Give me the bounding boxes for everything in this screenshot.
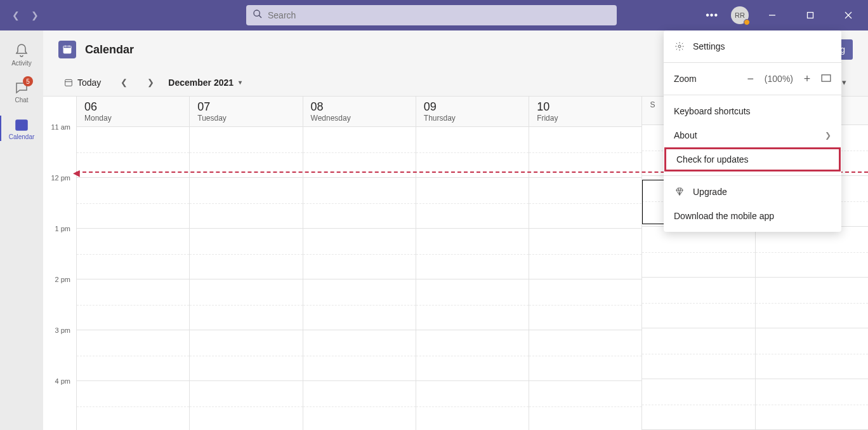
zoom-in-button[interactable]: + — [799, 72, 815, 86]
menu-separator — [664, 95, 841, 95]
avatar-initials: RR — [735, 11, 745, 19]
chevron-right-icon: ❯ — [825, 131, 831, 140]
zoom-label: Zoom — [674, 74, 697, 84]
prev-period[interactable]: ❮ — [115, 74, 133, 91]
menu-separator — [664, 175, 841, 176]
svg-rect-6 — [16, 120, 27, 130]
day-header: 06 Monday — [77, 97, 189, 127]
time-label: 11 am — [43, 123, 76, 174]
time-label: 3 pm — [43, 326, 76, 377]
titlebar: ❮ ❯ ••• RR — [0, 0, 868, 30]
chat-badge: 5 — [23, 76, 33, 86]
day-header: 08 Wednesday — [303, 97, 416, 127]
day-column[interactable]: 06 Monday — [76, 97, 189, 430]
next-period[interactable]: ❯ — [141, 74, 159, 91]
today-button[interactable]: Today — [58, 75, 106, 90]
day-header: 09 Thursday — [416, 97, 529, 127]
svg-point-14 — [678, 45, 681, 48]
day-name: Tuesday — [197, 114, 294, 123]
rail-label: Chat — [15, 97, 28, 104]
svg-line-1 — [259, 15, 261, 18]
calendar-small-icon — [63, 77, 74, 88]
day-name: Thursday — [424, 114, 521, 123]
menu-upgrade[interactable]: Upgrade — [664, 180, 841, 204]
search-icon — [253, 9, 263, 22]
day-header: 07 Tuesday — [190, 97, 302, 127]
rail-activity[interactable]: Activity — [0, 37, 43, 72]
zoom-out-button[interactable]: − — [743, 72, 758, 86]
svg-rect-9 — [63, 46, 71, 48]
page-title: Calendar — [85, 43, 134, 57]
menu-download-mobile[interactable]: Download the mobile app — [664, 204, 841, 228]
time-label: 2 pm — [43, 276, 76, 326]
nav-forward[interactable]: ❯ — [29, 10, 41, 20]
search-input[interactable] — [268, 10, 610, 20]
menu-zoom-row: Zoom − (100%) + — [664, 67, 841, 91]
menu-label: Check for updates — [676, 154, 749, 165]
nav-back[interactable]: ❮ — [10, 10, 22, 20]
menu-label: Download the mobile app — [674, 211, 774, 221]
bell-icon — [14, 43, 29, 58]
day-number: 10 — [537, 100, 634, 114]
day-number: 07 — [197, 100, 294, 114]
now-dot: ◀ — [73, 168, 80, 178]
rail-calendar[interactable]: Calendar — [0, 111, 43, 146]
today-label: Today — [77, 77, 101, 88]
menu-label: About — [674, 130, 697, 140]
day-column[interactable]: 08 Wednesday — [303, 97, 416, 430]
fullscreen-icon[interactable] — [821, 74, 831, 84]
chevron-down-icon: ▾ — [239, 79, 242, 86]
zoom-value: (100%) — [765, 74, 793, 84]
svg-rect-12 — [65, 79, 72, 86]
window-close[interactable] — [834, 0, 863, 30]
menu-separator — [664, 62, 841, 63]
svg-rect-15 — [822, 75, 831, 81]
rail-label: Activity — [11, 60, 32, 67]
time-label: 1 pm — [43, 225, 76, 276]
diamond-icon — [674, 186, 685, 198]
day-column[interactable]: 10 Friday — [529, 97, 641, 430]
day-name: Wednesday — [311, 114, 408, 123]
svg-point-0 — [254, 10, 260, 16]
day-header: 10 Friday — [529, 97, 641, 127]
menu-label: Settings — [693, 41, 725, 51]
settings-menu: Settings Zoom − (100%) + Keyboard shortc… — [664, 30, 841, 232]
main-content: Calendar ng Today ❮ ❯ December 2021 ▾ ❮ … — [43, 30, 868, 430]
gear-icon — [674, 41, 685, 52]
month-text: December 2021 — [168, 77, 233, 88]
day-column[interactable]: 07 Tuesday — [189, 97, 302, 430]
day-number: 09 — [424, 100, 521, 114]
svg-rect-3 — [808, 13, 813, 18]
month-picker[interactable]: December 2021 ▾ — [168, 77, 242, 88]
day-name: Friday — [537, 114, 634, 123]
window-maximize[interactable] — [796, 0, 825, 30]
menu-check-updates[interactable]: Check for updates — [664, 147, 841, 171]
presence-badge — [744, 19, 750, 25]
time-column: 11 am 12 pm 1 pm 2 pm 3 pm 4 pm — [43, 97, 76, 430]
avatar[interactable]: RR — [731, 6, 749, 24]
calendar-badge-icon — [58, 41, 76, 58]
rail-chat[interactable]: 5 Chat — [0, 74, 43, 109]
day-number: 08 — [311, 100, 408, 114]
day-name: Monday — [84, 114, 181, 123]
menu-about[interactable]: About ❯ — [664, 123, 841, 147]
time-label: 4 pm — [43, 377, 76, 428]
search-box[interactable] — [246, 5, 617, 25]
day-column[interactable]: 09 Thursday — [416, 97, 529, 430]
menu-label: Upgrade — [693, 187, 727, 197]
calendar-icon — [14, 117, 29, 132]
app-rail: Activity 5 Chat Calendar — [0, 30, 43, 430]
window-minimize[interactable] — [758, 0, 787, 30]
day-number: 06 — [84, 100, 181, 114]
time-label: 12 pm — [43, 174, 76, 225]
more-menu-button[interactable]: ••• — [702, 6, 722, 25]
menu-settings[interactable]: Settings — [664, 34, 841, 58]
menu-label: Keyboard shortcuts — [674, 106, 751, 116]
menu-keyboard-shortcuts[interactable]: Keyboard shortcuts — [664, 99, 841, 123]
rail-label: Calendar — [9, 133, 35, 140]
